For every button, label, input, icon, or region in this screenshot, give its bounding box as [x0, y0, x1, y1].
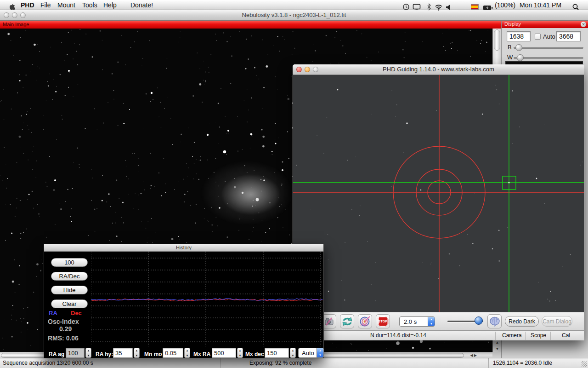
display-panel-title: Display [504, 21, 521, 27]
loop-icon [342, 317, 353, 326]
black-point-field[interactable]: 1638 [507, 31, 531, 41]
wifi-icon [435, 4, 443, 11]
white-point-field[interactable]: 3668 [556, 31, 581, 41]
main-image-pane-header: Main Image [0, 21, 501, 29]
bluetooth-menu[interactable] [426, 1, 432, 12]
battery-percent: (100%) [495, 0, 515, 10]
w-slider-label: W [507, 54, 513, 61]
status-sequence: Sequence acquisition 13/20 600.00 s [3, 358, 93, 368]
stop-icon: STOP [378, 316, 389, 327]
start-guiding-button[interactable]: PHD [358, 314, 372, 328]
time-machine-menu[interactable] [402, 1, 410, 12]
status-exposing: Exposing: 92 % complete [249, 358, 311, 368]
close-button[interactable] [4, 12, 9, 18]
cal-status: Cal [562, 331, 570, 340]
stop-button[interactable]: STOP [376, 314, 390, 328]
max-ra-label: Mx RA [193, 350, 210, 359]
min-motion-stepper[interactable]: ▲▼ [184, 348, 190, 358]
apple-menu[interactable] [9, 1, 15, 12]
history-length-button[interactable]: 100 [51, 258, 88, 267]
ra-aggressiveness-stepper[interactable]: ▲▼ [85, 348, 91, 358]
cam-dialog-button[interactable]: Cam Dialog [542, 316, 572, 327]
guide-camera-view[interactable] [293, 75, 584, 312]
wifi-menu[interactable] [435, 2, 443, 12]
battery-menu[interactable] [483, 2, 493, 12]
ra-dec-toggle-button[interactable]: RA/Dec [51, 272, 88, 281]
close-icon[interactable]: ✕ [581, 22, 586, 27]
min-motion-label: Mn mo [144, 350, 162, 359]
menu-tools[interactable]: Tools [82, 0, 97, 10]
menu-clock[interactable]: Mon 10:41 PM [520, 0, 561, 10]
hide-button[interactable]: Hide [51, 286, 88, 294]
spotlight-menu[interactable] [572, 1, 579, 12]
ra-hysteresis-label: RA hy: [96, 350, 113, 359]
phd-target-icon: PHD [360, 316, 371, 327]
max-dec-field[interactable]: 150 [265, 348, 289, 358]
camera-setup-button[interactable] [322, 314, 336, 328]
menu-donate[interactable]: Donate! [130, 0, 153, 10]
advanced-settings-button[interactable] [487, 314, 502, 328]
loop-exposures-button[interactable] [340, 314, 354, 328]
guide-overlay [293, 75, 584, 312]
resize-grip[interactable] [582, 361, 587, 367]
minimize-button[interactable] [12, 12, 17, 18]
svg-text:PHD: PHD [361, 323, 368, 327]
max-ra-field[interactable]: 500 [212, 348, 236, 358]
b-slider-track[interactable] [514, 47, 583, 49]
brain-icon [489, 316, 500, 327]
guide-star [508, 182, 509, 183]
auto-label: Auto [543, 33, 555, 40]
window-title: History [176, 245, 192, 250]
volume-menu[interactable] [446, 2, 452, 12]
min-motion-field[interactable]: 0.05 [163, 348, 183, 358]
camera-status: Camera [502, 331, 522, 340]
history-titlebar[interactable]: History [44, 244, 323, 252]
vertical-scroll-thumb[interactable] [494, 29, 500, 51]
minimize-button[interactable] [305, 67, 310, 72]
input-source-menu[interactable] [471, 2, 479, 12]
ra-hysteresis-stepper[interactable]: ▲▼ [134, 348, 140, 358]
auto-checkbox[interactable] [535, 34, 541, 40]
menu-mount[interactable]: Mount [57, 0, 75, 10]
redo-dark-button[interactable]: Redo Dark [505, 316, 539, 327]
time-machine-icon [402, 3, 410, 11]
phd-guiding-window: PHD Guiding 1.14.0 - www.stark-labs.com [293, 64, 584, 340]
exposure-stepper[interactable]: ▲▼ [428, 317, 435, 326]
osc-index-label: Osc-Index [48, 318, 79, 325]
close-button[interactable] [296, 67, 302, 72]
ra-hysteresis-field[interactable]: 35 [113, 348, 133, 358]
vertical-scroll-arrows[interactable]: ▲▼ [493, 339, 502, 352]
zoom-button[interactable] [313, 67, 318, 72]
menu-help[interactable]: Help [103, 0, 117, 10]
b-slider-label: B [508, 44, 512, 51]
dec-guide-mode-stepper[interactable]: ▲▼ [317, 348, 323, 357]
dec-guide-mode-select[interactable]: Auto ▲▼ [298, 348, 324, 358]
gamma-slider-knob[interactable] [475, 316, 483, 325]
w-slider-track[interactable] [514, 57, 583, 59]
max-dec-stepper[interactable]: ▲▼ [290, 348, 296, 358]
dec-legend: Dec [71, 310, 82, 316]
zoom-button[interactable] [20, 12, 26, 18]
b-slider-thumb[interactable] [515, 44, 522, 51]
dec-guide-mode-value: Auto [299, 348, 317, 357]
exposure-duration-select[interactable]: 2.0 s ▲▼ [399, 316, 435, 327]
osc-index-value: 0.29 [59, 325, 72, 333]
app-menu-phd[interactable]: PHD [21, 0, 34, 10]
w-slider-thumb[interactable] [517, 54, 524, 61]
phd-titlebar[interactable]: PHD Guiding 1.14.0 - www.stark-labs.com [293, 64, 584, 75]
phd-status-bar: N dur=114.6 dist=-0.14 Camera Scope Cal [293, 330, 584, 340]
clear-button[interactable]: Clear [51, 299, 88, 308]
menu-file[interactable]: File [40, 0, 51, 10]
desktop: Nebulosity v3.1.8 - ngc2403-L-1_012.fit … [0, 0, 588, 368]
window-title: PHD Guiding 1.14.0 - www.stark-labs.com [383, 66, 494, 73]
displays-menu[interactable] [413, 1, 421, 12]
max-ra-stepper[interactable]: ▲▼ [237, 348, 243, 358]
phd-toolbar: PHD STOP 2.0 s ▲▼ [293, 312, 584, 330]
camera-icon [324, 316, 334, 327]
ra-aggressiveness-field[interactable]: 100 [66, 348, 85, 358]
bluetooth-icon [426, 3, 432, 11]
display-panel-header[interactable]: Display ✕ [502, 21, 588, 28]
nebulosity-titlebar[interactable]: Nebulosity v3.1.8 - ngc2403-L-1_012.fit [0, 10, 588, 21]
guide-status-message: N dur=114.6 dist=-0.14 [370, 331, 426, 340]
scope-status: Scope [531, 331, 546, 340]
